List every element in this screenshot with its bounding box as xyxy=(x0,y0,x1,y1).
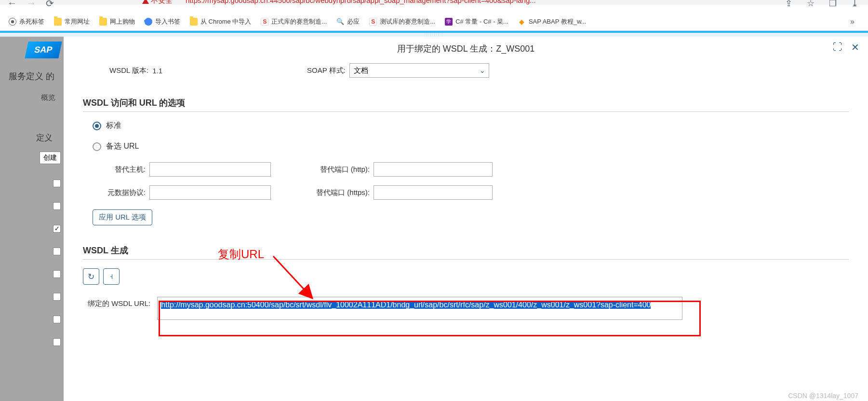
nav-arrows: ← → ⟳ xyxy=(7,0,54,9)
reader-icon[interactable]: ❐ xyxy=(829,0,837,9)
bookmark-label: 杀死标签 xyxy=(19,17,44,26)
dialog-drag-handle[interactable]: :::::::::: xyxy=(0,33,868,37)
bg-checkbox[interactable] xyxy=(53,316,61,323)
sap-logo: SAP xyxy=(25,41,62,58)
bound-url-field[interactable]: http://mysap.goodsap.cn:50400/sap/bc/srt… xyxy=(157,297,682,320)
bg-checkbox[interactable] xyxy=(53,180,61,187)
bound-url-label: 绑定的 WSDL URL: xyxy=(88,297,150,308)
bookmark-label: 导入书签 xyxy=(155,17,180,26)
section-access-title: WSDL 访问和 URL 的选项 xyxy=(83,97,849,109)
bound-url-text: http://mysap.goodsap.cn:50400/sap/bc/srt… xyxy=(161,301,651,309)
bookmark-label: 网上购物 xyxy=(110,17,135,26)
download-icon[interactable]: ⤓ xyxy=(851,0,858,9)
bookmarks-overflow[interactable]: » xyxy=(850,17,859,26)
bookmark-label: SAP ABAP 教程_w... xyxy=(529,17,586,26)
bg-create-button[interactable]: 创建 xyxy=(40,152,61,164)
alt-port-http-input[interactable] xyxy=(374,162,493,177)
bookmark-label: 测试库的赛意制造... xyxy=(380,17,435,26)
refresh-button[interactable]: ↻ xyxy=(83,268,99,285)
annotation-copy-label: 复制URL xyxy=(218,247,264,262)
bg-checkbox[interactable] xyxy=(53,293,61,301)
alt-port-http-label: 替代端口 (http): xyxy=(300,165,370,174)
url-bar-actions: ⇪ ☆ ❐ ⤓ xyxy=(785,0,858,9)
nav-forward-icon[interactable]: → xyxy=(27,0,36,9)
radio-icon-checked xyxy=(93,122,101,130)
soap-style-input[interactable] xyxy=(349,63,489,78)
radio-icon-unchecked xyxy=(93,142,101,151)
share-icon[interactable]: ⇪ xyxy=(785,0,792,9)
insecure-badge: 不安全 xyxy=(142,0,173,5)
bg-checkbox[interactable] xyxy=(53,248,61,255)
metadata-protocol-label: 元数据协议: xyxy=(102,188,146,197)
bookmark-item[interactable]: 测试库的赛意制造... xyxy=(369,17,435,26)
bg-checkbox[interactable] xyxy=(53,270,61,278)
bookmark-item[interactable]: 网上购物 xyxy=(99,17,135,26)
purple-icon xyxy=(445,18,453,26)
filter-button[interactable]: ⫞ xyxy=(103,268,120,285)
bg-section-label: 定义 xyxy=(36,132,53,143)
bing-icon xyxy=(336,18,344,26)
bg-page-title: 服务定义 的 xyxy=(9,70,54,82)
metadata-protocol-input[interactable] xyxy=(149,185,271,200)
bookmark-item[interactable]: 正式库的赛意制造... xyxy=(261,17,327,26)
bg-checkbox-column xyxy=(53,180,61,361)
globe-icon xyxy=(9,18,16,26)
bookmark-item[interactable]: C# 常量 - C# - 菜... xyxy=(445,17,508,26)
radio-standard[interactable]: 标准 xyxy=(93,121,849,131)
bookmark-label: 常用网址 xyxy=(65,17,90,26)
bg-tab-overview[interactable]: 概览 xyxy=(41,93,55,102)
bookmark-label: 正式库的赛意制造... xyxy=(271,17,327,26)
wsdl-version-value: 1.1 xyxy=(152,67,162,75)
bookmark-label: 从 Chrome 中导入 xyxy=(200,17,251,26)
bg-checkbox-checked[interactable] xyxy=(53,225,61,233)
close-icon[interactable]: ✕ xyxy=(851,41,859,53)
dialog-header: 用于绑定的 WSDL 生成：Z_WS001 ⛶ ✕ xyxy=(64,37,868,61)
wsdl-version-label: WSDL 版本: xyxy=(109,66,148,75)
radio-alternate-label: 备选 URL xyxy=(106,141,139,152)
apply-url-button[interactable]: 应用 URL 选项 xyxy=(93,209,152,225)
bookmark-item[interactable]: 杀死标签 xyxy=(9,17,44,26)
bookmark-item[interactable]: 导入书签 xyxy=(145,17,180,26)
nav-reload-icon[interactable]: ⟳ xyxy=(46,0,54,9)
folder-icon xyxy=(54,18,62,26)
folder-icon xyxy=(99,18,107,26)
bg-checkbox[interactable] xyxy=(53,338,61,346)
bookmark-label: C# 常量 - C# - 菜... xyxy=(455,17,508,26)
soap-style-label: SOAP 样式: xyxy=(307,66,346,75)
svg-line-0 xyxy=(273,256,312,298)
gear-icon xyxy=(145,18,152,26)
bookmark-item[interactable]: SAP ABAP 教程_w... xyxy=(518,17,586,26)
annotation-arrow xyxy=(271,254,329,308)
url-text[interactable]: https://mysap.goodsap.cn:44500/sap/bc/we… xyxy=(186,0,536,4)
folder-icon xyxy=(190,18,198,26)
s-red-icon xyxy=(369,18,377,26)
wsdl-dialog: 用于绑定的 WSDL 生成：Z_WS001 ⛶ ✕ WSDL 版本: 1.1 S… xyxy=(64,37,868,401)
expand-icon[interactable]: ⛶ xyxy=(833,41,842,53)
s-red-icon xyxy=(261,18,268,26)
alt-port-https-input[interactable] xyxy=(374,185,493,200)
alt-host-label: 替代主机: xyxy=(102,165,146,174)
nav-back-icon[interactable]: ← xyxy=(7,0,17,9)
watermark: CSDN @1314lay_1007 xyxy=(788,392,858,400)
dialog-title: 用于绑定的 WSDL 生成：Z_WS001 xyxy=(73,43,858,55)
section-divider xyxy=(83,259,849,260)
bg-checkbox[interactable] xyxy=(53,202,61,210)
star-icon[interactable]: ☆ xyxy=(807,0,815,9)
soap-style-select[interactable]: ⌄ xyxy=(349,63,489,78)
bookmark-label: 必应 xyxy=(347,17,360,26)
bookmarks-bar: 杀死标签常用网址网上购物导入书签从 Chrome 中导入正式库的赛意制造...必… xyxy=(0,13,868,31)
bookmark-item[interactable]: 从 Chrome 中导入 xyxy=(190,17,251,26)
bookmark-item[interactable]: 常用网址 xyxy=(54,17,90,26)
radio-alternate-url[interactable]: 备选 URL xyxy=(93,141,849,152)
radio-standard-label: 标准 xyxy=(106,121,121,131)
section-gen-title: WSDL 生成 xyxy=(83,245,849,256)
alt-port-https-label: 替代端口 (https): xyxy=(300,188,370,197)
section-divider xyxy=(83,111,849,112)
orange-icon xyxy=(518,18,526,26)
alt-host-input[interactable] xyxy=(149,162,271,177)
bookmark-item[interactable]: 必应 xyxy=(336,17,360,26)
